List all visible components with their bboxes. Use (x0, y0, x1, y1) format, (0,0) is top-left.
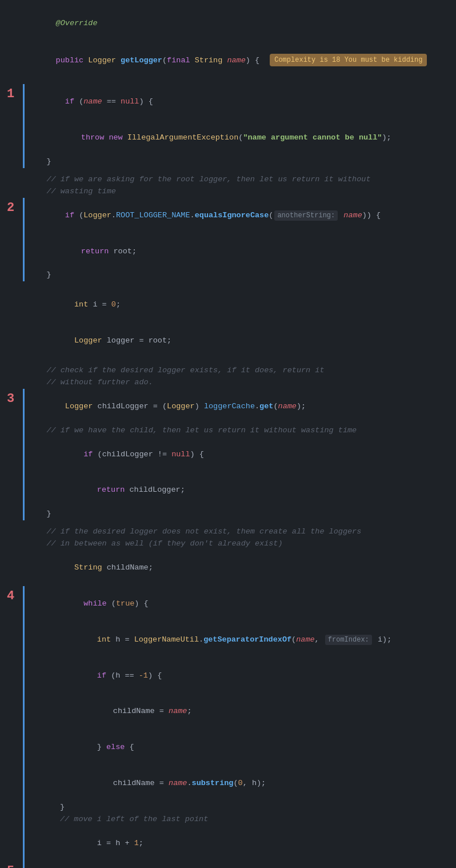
comment-desired-2: // in between as well (if they don't alr… (23, 538, 450, 550)
line-close-1: } (23, 156, 450, 168)
line-override: @Override (23, 6, 450, 42)
line-throw: throw new IllegalArgumentException("name… (23, 120, 450, 156)
line-childname-assign2: childName = name.substring(0, h); (23, 766, 450, 802)
blank-5 (23, 520, 450, 526)
comment-check-2: // without further ado. (23, 377, 450, 389)
line-else: } else { (23, 730, 450, 766)
group-number-2: 2 (7, 198, 14, 218)
line-while: while (true) { (23, 586, 450, 622)
type-string: String (195, 56, 227, 65)
line-return-root: return root; (23, 234, 450, 270)
line-childname-assign1: childName = name; (23, 694, 450, 730)
line-if-h-minus1: if (h == -1) { (23, 658, 450, 694)
group-number-4: 4 (7, 587, 14, 606)
line-close-else: } (23, 802, 450, 814)
line-int-h: int h = LoggerNameUtil.getSeparatorIndex… (23, 622, 450, 658)
line-int-i: int i = 0; (23, 287, 450, 323)
line-close-3: } (23, 508, 450, 520)
comment-root-1: // if we are asking for the root logger,… (23, 174, 450, 186)
comment-child-1: // if we have the child, then let us ret… (23, 425, 450, 437)
group-number-1: 1 (7, 85, 14, 104)
method-getlogger: getLogger (121, 56, 162, 65)
comment-desired-1: // if the desired logger does not exist,… (23, 526, 450, 538)
annotation-override: @Override (56, 19, 98, 27)
param-hint-fromindex: fromIndex: (325, 635, 372, 646)
complexity-badge: Complexity is 18 You must be kidding (270, 54, 427, 67)
blank-3 (23, 281, 450, 287)
param-name: name (227, 56, 245, 65)
comment-root-2: // wasting time (23, 186, 450, 198)
comment-check-1: // check if the desired logger exists, i… (23, 365, 450, 377)
line-return-child: return childLogger; (23, 473, 450, 509)
line-childlogger-get: Logger childLogger = (Logger) loggerCach… (23, 389, 450, 425)
line-i-assign: i = h + 1; (23, 826, 450, 862)
blank-4 (23, 359, 450, 365)
line-if-child-notnull: if (childLogger != null) { (23, 437, 450, 473)
comment-move-i: // move i left of the last point (23, 814, 450, 826)
kw-public: public (56, 56, 89, 65)
group-number-3: 3 (7, 389, 14, 409)
line-method-sig: public Logger getLogger(final String nam… (23, 42, 450, 79)
type-logger: Logger (88, 56, 121, 65)
line-if-root: if (Logger.ROOT_LOGGER_NAME.equalsIgnore… (23, 198, 450, 234)
line-if-null: if (name == null) { (23, 84, 450, 120)
param-hint-anotherstring: anotherString: (274, 210, 338, 221)
line-close-2: } (23, 269, 450, 281)
group-number-5: 5 (7, 862, 14, 868)
line-logger-root: Logger logger = root; (23, 323, 450, 359)
line-string-childname: String childName; (23, 550, 450, 586)
line-synchronized: synchronized (logger) { (23, 861, 450, 868)
blank-1 (23, 78, 450, 84)
kw-final: final (167, 56, 195, 65)
blank-2 (23, 168, 450, 174)
